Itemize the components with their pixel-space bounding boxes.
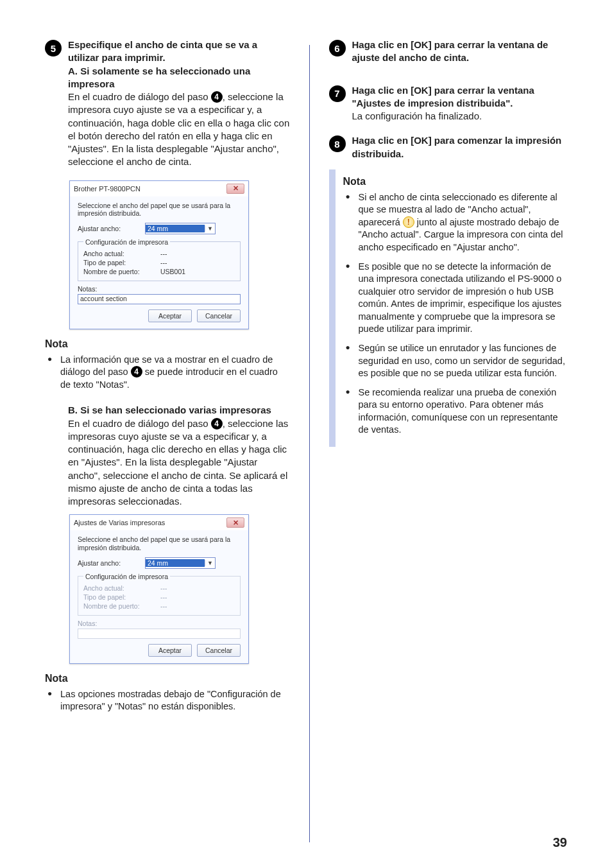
dialog-screenshot-multi-printer: Ajustes de Varias impresoras ✕ Seleccion… <box>69 514 249 663</box>
subB-text-before: En el cuadro de diálogo del paso <box>68 418 211 429</box>
cancel-button[interactable]: Cancelar <box>197 644 241 657</box>
step4-ref-icon: 4 <box>131 366 142 378</box>
step-7-bold: Haga clic en [OK] para cerrar la ventana… <box>352 84 574 110</box>
current-width-label: Ancho actual: <box>83 584 154 592</box>
subB-text-after: , seleccione las impresoras cuyo ajuste … <box>68 418 288 507</box>
left-column: 5 Especifique el ancho de cinta que se v… <box>45 39 290 842</box>
step-5-subA-text: En el cuadro de diálogo del paso 4, sele… <box>68 91 290 169</box>
subB-text: En el cuadro de diálogo del paso 4, sele… <box>68 417 290 508</box>
close-icon[interactable]: ✕ <box>226 517 244 528</box>
dialog-desc: Seleccione el ancho del papel que se usa… <box>78 202 241 218</box>
port-name-value: --- <box>160 602 167 610</box>
nota-2-item: Las opciones mostradas debajo de "Config… <box>60 688 290 713</box>
step-badge-8: 8 <box>329 135 346 152</box>
nota-block-right: Nota Si el ancho de cinta seleccionado e… <box>329 169 574 447</box>
nota-1-item: La información que se va a mostrar en el… <box>60 354 290 392</box>
nota-heading-1: Nota <box>45 338 290 350</box>
port-name-label: Nombre de puerto: <box>83 602 154 610</box>
step-5-subA-title: A. Si solamente se ha seleccionado una i… <box>68 65 290 91</box>
right-column: 6 Haga clic en [OK] para cerrar la venta… <box>329 39 574 842</box>
printer-config-legend: Configuración de impresora <box>83 573 170 580</box>
step-8: 8 Haga clic en [OK] para comenzar la imp… <box>329 134 574 161</box>
ok-button[interactable]: Aceptar <box>148 644 192 657</box>
nota-heading-2: Nota <box>45 673 290 684</box>
port-name-value: USB001 <box>160 268 185 275</box>
dialog-titlebar: Ajustes de Varias impresoras ✕ <box>70 515 248 530</box>
nota-right-list: Si el ancho de cinta seleccionado es dif… <box>359 191 566 437</box>
adjust-width-value: 24 mm <box>146 559 205 567</box>
nota-1-list: La información que se va a mostrar en el… <box>60 354 290 392</box>
step-7-plain: La configuración ha finalizado. <box>352 110 574 123</box>
step4-ref-icon: 4 <box>211 91 223 103</box>
nota-right-item-3: Según se utilice un enrutador y las func… <box>359 342 566 380</box>
adjust-width-select[interactable]: 24 mm ▼ <box>145 223 216 234</box>
ok-button[interactable]: Aceptar <box>148 309 192 322</box>
adjust-width-value: 24 mm <box>146 225 205 232</box>
paper-type-label: Tipo de papel: <box>83 593 154 601</box>
adjust-width-label: Ajustar ancho: <box>78 225 139 232</box>
step-6-text: Haga clic en [OK] para cerrar la ventana… <box>352 39 574 65</box>
dialog-screenshot-single-printer: Brother PT-9800PCN ✕ Seleccione el ancho… <box>69 180 249 329</box>
adjust-width-label: Ajustar ancho: <box>78 559 139 567</box>
dialog-titlebar: Brother PT-9800PCN ✕ <box>70 181 248 196</box>
chevron-down-icon[interactable]: ▼ <box>205 560 215 566</box>
printer-config-group: Configuración de impresora Ancho actual:… <box>78 238 241 281</box>
notes-input[interactable]: account section <box>78 294 241 304</box>
nota-heading-right: Nota <box>343 176 566 187</box>
dialog-body: Seleccione el ancho del papel que se usa… <box>70 196 248 329</box>
step4-ref-icon: 4 <box>211 418 223 430</box>
notes-input <box>78 629 241 639</box>
step-8-text: Haga clic en [OK] para comenzar la impre… <box>352 134 574 161</box>
nota-right-item-4: Se recomienda realizar una prueba de con… <box>359 386 566 437</box>
port-name-label: Nombre de puerto: <box>83 268 154 275</box>
printer-config-legend: Configuración de impresora <box>83 238 170 246</box>
adjust-width-select[interactable]: 24 mm ▼ <box>145 557 216 569</box>
nota-right-item-1: Si el ancho de cinta seleccionado es dif… <box>359 191 566 254</box>
step-5: 5 Especifique el ancho de cinta que se v… <box>45 39 290 173</box>
step-6: 6 Haga clic en [OK] para cerrar la venta… <box>329 39 574 65</box>
nota-2-list: Las opciones mostradas debajo de "Config… <box>60 688 290 713</box>
step-5-title: Especifique el ancho de cinta que se va … <box>68 39 290 65</box>
adjust-width-row: Ajustar ancho: 24 mm ▼ <box>78 223 241 234</box>
step-7-body: Haga clic en [OK] para cerrar la ventana… <box>352 84 574 123</box>
adjust-width-row: Ajustar ancho: 24 mm ▼ <box>78 557 241 569</box>
step5-text-before: En el cuadro de diálogo del paso <box>68 91 211 102</box>
close-icon[interactable]: ✕ <box>226 184 244 194</box>
paper-type-value: --- <box>160 593 167 601</box>
step-badge-6: 6 <box>329 40 346 56</box>
paper-type-label: Tipo de papel: <box>83 259 154 266</box>
current-width-value: --- <box>160 584 167 592</box>
dialog-body: Seleccione el ancho del papel que se usa… <box>70 530 248 663</box>
dialog-title: Brother PT-9800PCN <box>74 185 140 193</box>
step-7: 7 Haga clic en [OK] para cerrar la venta… <box>329 84 574 123</box>
warning-icon: ! <box>403 216 414 228</box>
nota-right-item-2: Es posible que no se detecte la informac… <box>359 261 566 336</box>
column-divider <box>309 45 310 842</box>
step-badge-5: 5 <box>45 40 62 56</box>
current-width-value: --- <box>160 250 167 257</box>
step-badge-7: 7 <box>329 85 346 102</box>
step-5-body: Especifique el ancho de cinta que se va … <box>68 39 290 173</box>
cancel-button[interactable]: Cancelar <box>197 309 241 322</box>
dialog-title: Ajustes de Varias impresoras <box>74 519 165 526</box>
page-number: 39 <box>553 835 567 850</box>
step5-text-after: , seleccione la impresora cuyo ajuste se… <box>68 91 289 167</box>
notes-label: Notas: <box>78 620 148 627</box>
current-width-label: Ancho actual: <box>83 250 154 257</box>
chevron-down-icon[interactable]: ▼ <box>205 225 215 232</box>
notes-label: Notas: <box>78 285 148 293</box>
printer-config-group: Configuración de impresora Ancho actual:… <box>78 573 241 616</box>
subB-title: B. Si se han seleccionado varias impreso… <box>68 404 290 417</box>
paper-type-value: --- <box>160 259 167 266</box>
dialog-desc: Seleccione el ancho del papel que se usa… <box>78 535 241 551</box>
